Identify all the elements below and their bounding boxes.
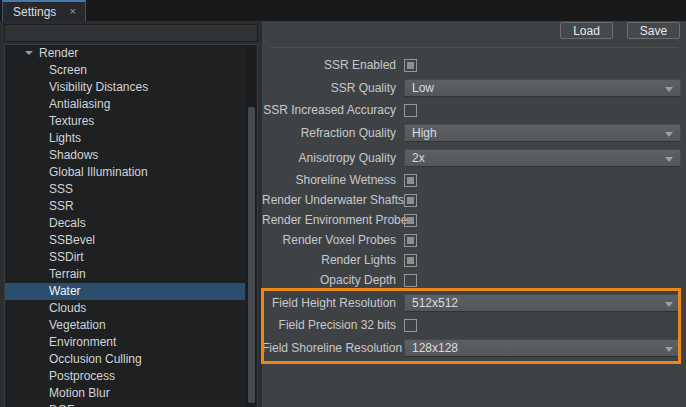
- chevron-down-icon[interactable]: [25, 51, 33, 55]
- sidebar-item-lights[interactable]: Lights: [5, 130, 245, 147]
- render-voxel-probes-checkbox[interactable]: [404, 234, 417, 247]
- tree-scrollbar-thumb[interactable]: [248, 107, 255, 403]
- checkbox-checked-mark: [407, 257, 414, 264]
- tree-item-label: SSR: [49, 199, 74, 213]
- tree-item-label: Global Illumination: [49, 165, 148, 179]
- sidebar-item-render[interactable]: Render: [5, 45, 245, 62]
- sidebar-item-vegetation[interactable]: Vegetation: [5, 317, 245, 334]
- sidebar-item-ssdirt[interactable]: SSDirt: [5, 249, 245, 266]
- ssr-increased-accuracy-checkbox[interactable]: [404, 104, 417, 117]
- tree-item-label: Decals: [49, 216, 86, 230]
- sidebar-item-screen[interactable]: Screen: [5, 62, 245, 79]
- sidebar-item-antialiasing[interactable]: Antialiasing: [5, 96, 245, 113]
- checkbox-checked-mark: [407, 177, 414, 184]
- tree: RenderScreenVisibility DistancesAntialia…: [5, 45, 245, 407]
- checkbox-checked-mark: [407, 217, 414, 224]
- setting-label: Render Lights: [262, 253, 396, 267]
- toolbar-separator: [270, 47, 678, 48]
- tree-item-label: Motion Blur: [49, 386, 110, 400]
- checkbox-checked-mark: [407, 237, 414, 244]
- sidebar-item-environment[interactable]: Environment: [5, 334, 245, 351]
- sidebar-item-occlusion-culling[interactable]: Occlusion Culling: [5, 351, 245, 368]
- sidebar-item-dof[interactable]: DOF: [5, 402, 245, 407]
- setting-label: Render Environment Probes: [262, 213, 396, 227]
- save-button[interactable]: Save: [627, 22, 680, 39]
- setting-label: SSR Enabled: [262, 58, 396, 72]
- sidebar-item-shadows[interactable]: Shadows: [5, 147, 245, 164]
- ssr-enabled-checkbox[interactable]: [404, 59, 417, 72]
- setting-row-render-lights: Render Lights: [262, 250, 686, 270]
- setting-label: SSR Increased Accuracy: [262, 103, 396, 117]
- close-icon[interactable]: ×: [67, 5, 79, 18]
- settings-window: Settings × RenderScreenVisibility Distan…: [0, 0, 686, 407]
- tab-title: Settings: [13, 5, 67, 19]
- dropdown-value: Low: [412, 81, 434, 95]
- tab-bar: Settings ×: [0, 0, 686, 21]
- tree-item-label: Textures: [49, 114, 94, 128]
- field-height-resolution-dropdown[interactable]: 512x512: [404, 294, 681, 312]
- sidebar-item-global-illumination[interactable]: Global Illumination: [5, 164, 245, 181]
- sidebar-item-terrain[interactable]: Terrain: [5, 266, 245, 283]
- sidebar-item-visibility-distances[interactable]: Visibility Distances: [5, 79, 245, 96]
- tree-scrollbar[interactable]: [247, 46, 256, 407]
- tree-item-label: SSDirt: [49, 250, 84, 264]
- setting-row-shoreline-wetness: Shoreline Wetness: [262, 170, 686, 190]
- load-button[interactable]: Load: [560, 22, 613, 39]
- setting-label: Field Precision 32 bits: [262, 318, 396, 332]
- setting-row-opacity-depth: Opacity Depth: [262, 270, 686, 290]
- tree-item-label: Terrain: [49, 267, 86, 281]
- dropdown-value: 2x: [412, 151, 425, 165]
- anisotropy-quality-dropdown[interactable]: 2x: [404, 149, 681, 167]
- sidebar-item-ssbevel[interactable]: SSBevel: [5, 232, 245, 249]
- render-underwater-shafts-checkbox[interactable]: [404, 194, 417, 207]
- ssr-quality-dropdown[interactable]: Low: [404, 79, 681, 97]
- sidebar-item-textures[interactable]: Textures: [5, 113, 245, 130]
- tree-item-label: SSS: [49, 182, 73, 196]
- sidebar-item-ssr[interactable]: SSR: [5, 198, 245, 215]
- setting-row-field-shoreline-resolution: Field Shoreline Resolution128x128: [262, 335, 686, 360]
- tree-item-label: Occlusion Culling: [49, 352, 142, 366]
- setting-label: Anisotropy Quality: [262, 151, 396, 165]
- sidebar-item-postprocess[interactable]: Postprocess: [5, 368, 245, 385]
- setting-label: Render Underwater Shafts: [262, 193, 396, 207]
- tree-item-label: Vegetation: [49, 318, 106, 332]
- tree-item-label: DOF: [49, 403, 74, 407]
- setting-row-render-environment-probes: Render Environment Probes: [262, 210, 686, 230]
- setting-row-render-underwater-shafts: Render Underwater Shafts: [262, 190, 686, 210]
- refraction-quality-dropdown[interactable]: High: [404, 124, 681, 142]
- sidebar-item-water[interactable]: Water: [5, 283, 245, 300]
- setting-row-refraction-quality: Refraction QualityHigh: [262, 120, 686, 145]
- field-shoreline-resolution-dropdown[interactable]: 128x128: [404, 339, 681, 357]
- setting-row-ssr-enabled: SSR Enabled: [262, 55, 686, 75]
- tree-item-label: Render: [39, 46, 78, 60]
- tree-item-label: Shadows: [49, 148, 98, 162]
- tree-item-label: Postprocess: [49, 369, 115, 383]
- tree-item-label: Clouds: [49, 301, 86, 315]
- shoreline-wetness-checkbox[interactable]: [404, 174, 417, 187]
- setting-row-anisotropy-quality: Anisotropy Quality2x: [262, 145, 686, 170]
- tab-settings[interactable]: Settings ×: [2, 0, 86, 21]
- sidebar-item-clouds[interactable]: Clouds: [5, 300, 245, 317]
- chevron-down-icon: [665, 302, 673, 307]
- sidebar-item-sss[interactable]: SSS: [5, 181, 245, 198]
- field-precision-32-bits-checkbox[interactable]: [404, 319, 417, 332]
- tree-item-label: Antialiasing: [49, 97, 110, 111]
- render-lights-checkbox[interactable]: [404, 254, 417, 267]
- opacity-depth-checkbox[interactable]: [404, 274, 417, 287]
- chevron-down-icon: [665, 87, 673, 92]
- sidebar-item-motion-blur[interactable]: Motion Blur: [5, 385, 245, 402]
- setting-label: Field Height Resolution: [262, 296, 396, 310]
- render-environment-probes-checkbox[interactable]: [404, 214, 417, 227]
- checkbox-checked-mark: [407, 62, 414, 69]
- sidebar-item-decals[interactable]: Decals: [5, 215, 245, 232]
- tree-item-label: SSBevel: [49, 233, 95, 247]
- search-input[interactable]: [4, 24, 258, 42]
- settings-rows: SSR EnabledSSR QualityLowSSR Increased A…: [262, 55, 686, 360]
- setting-row-ssr-quality: SSR QualityLow: [262, 75, 686, 100]
- settings-panel: Load Save SSR EnabledSSR QualityLowSSR I…: [262, 21, 686, 407]
- tree-item-label: Lights: [49, 131, 81, 145]
- setting-row-field-height-resolution: Field Height Resolution512x512: [262, 290, 686, 315]
- setting-label: Shoreline Wetness: [262, 173, 396, 187]
- dropdown-value: 128x128: [412, 341, 458, 355]
- tree-item-label: Water: [49, 284, 81, 298]
